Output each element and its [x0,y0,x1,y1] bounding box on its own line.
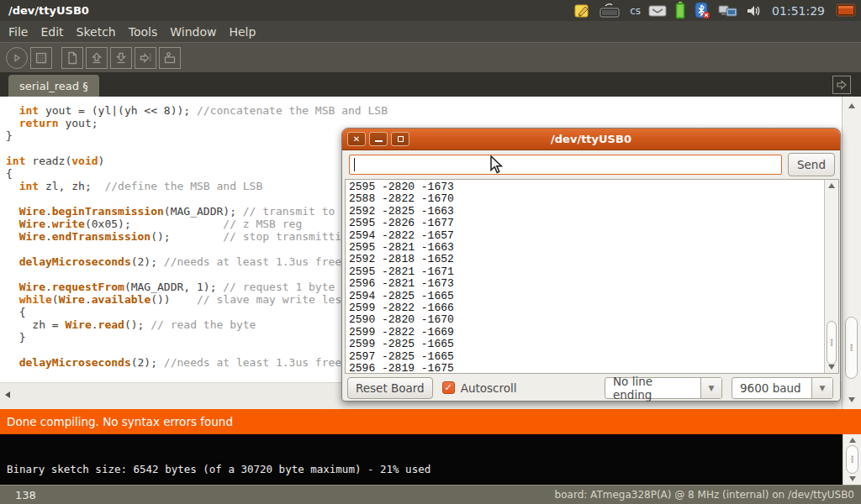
scrollbar-thumb[interactable]: ••• [846,445,858,474]
new-tab-arrow-icon [836,79,848,91]
mouse-cursor [490,155,505,179]
window-title: /dev/ttyUSB0 [0,4,89,17]
toolbar [0,42,861,72]
serial-line: 2595 -2821 -1671 [349,266,454,278]
baud-rate-value: 9600 baud [732,378,811,398]
tab-serial-read[interactable]: serial_read § [8,75,99,97]
volume-icon[interactable] [746,3,761,18]
serial-monitor-icon [163,51,177,65]
serial-line: 2599 -2822 -1669 [349,327,454,339]
serial-line: 2596 -2821 -1673 [349,278,454,290]
maximize-button[interactable] [391,132,409,146]
board-info: board: ATmega328P(A) @ 8 MHz (internal) … [555,489,861,501]
footer-status-line: 138 board: ATmega328P(A) @ 8 MHz (intern… [0,485,861,504]
serial-send-input[interactable] [349,155,782,175]
menu-help[interactable]: Help [229,25,256,39]
scroll-up-arrow-icon[interactable] [828,183,835,188]
serial-monitor-window: /dev/ttyUSB0 ✕ Send 2595 -2820 -16732588… [341,128,841,402]
editor-vertical-scrollbar[interactable]: ••• [842,97,861,409]
minimize-button[interactable] [369,132,388,146]
serial-line: 2588 -2822 -1670 [349,193,454,205]
serial-line: 2590 -2820 -1670 [349,314,454,326]
serial-line: 2599 -2822 -1666 [349,302,454,314]
serial-line: 2596 -2819 -1675 [349,363,454,374]
mail-icon[interactable] [648,4,667,18]
session-icon[interactable] [836,3,856,19]
verify-button[interactable] [6,47,28,69]
autoscroll-label: Autoscroll [461,381,517,395]
menu-bar: FileEditSketchToolsWindowHelp [0,21,861,42]
serial-line: 2595 -2826 -1677 [349,218,454,229]
status-bar: Done compiling. No syntax errors found [0,409,861,434]
console-output: Binary sketch size: 6542 bytes (of a 307… [7,463,430,475]
console-scrollbar[interactable]: ••• [843,434,861,485]
scroll-down-arrow-icon[interactable] [849,476,856,481]
clock[interactable]: 01:51:29 [769,4,828,18]
chevron-down-icon[interactable]: ▼ [700,378,721,398]
serial-monitor-controls: Reset Board ✓ Autoscroll No line ending … [342,374,840,402]
menu-edit[interactable]: Edit [40,25,63,39]
arduino-ide-screen: /dev/ttyUSB0 cs 01:51: [0,0,861,504]
note-icon[interactable] [574,3,591,19]
line-ending-value: No line ending [605,378,700,398]
verify-icon [10,51,24,65]
serial-line: 2594 -2822 -1657 [349,230,454,242]
close-button[interactable]: ✕ [347,132,366,146]
status-message: Done compiling. No syntax errors found [7,415,233,428]
serial-output-area[interactable]: 2595 -2820 -16732588 -2822 -16702592 -28… [345,179,839,374]
save-button[interactable] [110,47,132,69]
scroll-up-arrow-icon[interactable] [849,438,856,443]
bluetooth-icon[interactable] [694,2,710,19]
autoscroll-checkbox[interactable]: ✓ [442,381,455,394]
serial-line: 2599 -2825 -1665 [349,339,454,350]
tab-strip: serial_read § [0,72,861,97]
tab-label: serial_read § [19,80,88,92]
serial-input-row: Send [342,150,840,179]
scrollbar-thumb[interactable]: ••• [827,321,837,365]
new-button[interactable] [61,47,83,69]
minimize-icon [375,140,383,142]
scroll-down-arrow-icon[interactable] [848,397,855,402]
stop-button[interactable] [30,47,52,69]
text-caret [354,158,355,171]
battery-icon[interactable] [674,2,686,19]
upload-icon [139,51,152,65]
keyboard-icon[interactable] [599,3,621,19]
serial-line: 2597 -2825 -1665 [349,351,454,363]
line-number: 138 [0,489,36,501]
scroll-down-arrow-icon[interactable] [828,365,835,370]
scroll-left-arrow-icon[interactable] [5,391,10,398]
top-panel: /dev/ttyUSB0 cs 01:51: [0,0,861,21]
serial-monitor-button[interactable] [159,47,181,69]
serial-output-lines: 2595 -2820 -16732588 -2822 -16702592 -28… [349,181,454,374]
serial-monitor-titlebar[interactable]: /dev/ttyUSB0 ✕ [342,129,840,150]
send-button[interactable]: Send [788,153,835,176]
scrollbar-thumb[interactable]: ••• [845,317,858,379]
scroll-up-arrow-icon[interactable] [848,103,855,108]
chevron-down-icon[interactable]: ▼ [811,378,832,398]
baud-rate-dropdown[interactable]: 9600 baud ▼ [732,377,833,399]
system-tray: cs 01:51:29 [574,2,861,19]
keyboard-layout-label[interactable]: cs [630,5,641,17]
menu-window[interactable]: Window [170,25,216,39]
new-tab-button[interactable] [832,76,851,94]
open-button[interactable] [86,47,108,69]
reset-board-button[interactable]: Reset Board [347,377,433,399]
menu-file[interactable]: File [8,25,28,39]
serial-line: 2594 -2825 -1665 [349,291,454,302]
serial-line: 2595 -2821 -1663 [349,242,454,254]
console: Binary sketch size: 6542 bytes (of a 307… [0,434,861,485]
maximize-icon [398,136,404,142]
new-icon [66,51,79,65]
menu-tools[interactable]: Tools [129,25,158,39]
upload-button[interactable] [135,47,156,69]
serial-line: 2595 -2820 -1673 [349,181,454,193]
serial-monitor-title: /dev/ttyUSB0 [342,133,840,145]
line-ending-dropdown[interactable]: No line ending ▼ [605,377,722,399]
serial-scrollbar[interactable]: ••• [824,180,838,373]
window-controls: ✕ [342,132,409,146]
stop-icon [34,51,48,65]
menu-sketch[interactable]: Sketch [77,25,116,39]
network-icon[interactable] [718,3,738,19]
open-icon [90,51,103,65]
